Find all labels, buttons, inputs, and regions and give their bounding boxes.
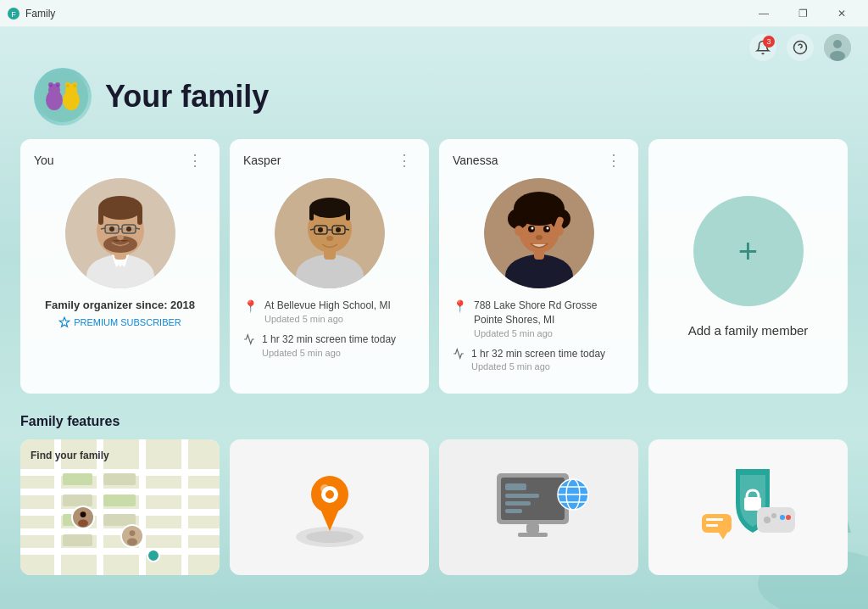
svg-marker-115 bbox=[719, 533, 727, 539]
vanessa-location-updated: Updated 5 min ago bbox=[474, 328, 625, 338]
close-button[interactable]: ✕ bbox=[822, 0, 861, 27]
svg-point-19 bbox=[56, 84, 59, 87]
kasper-screen-updated: Updated 5 min ago bbox=[262, 348, 396, 358]
feature-card-location[interactable] bbox=[230, 439, 429, 575]
svg-line-42 bbox=[101, 228, 105, 229]
help-button[interactable] bbox=[787, 34, 814, 61]
svg-line-59 bbox=[345, 229, 349, 230]
kasper-avatar-image bbox=[275, 178, 385, 288]
map-block-2 bbox=[63, 494, 92, 506]
feature-card-parental[interactable] bbox=[439, 439, 638, 575]
premium-label: PREMIUM SUBSCRIBER bbox=[74, 317, 181, 327]
features-section: Family features Find your family bbox=[0, 414, 868, 575]
svg-point-70 bbox=[514, 202, 531, 219]
svg-point-112 bbox=[780, 515, 785, 520]
feature-card-find[interactable]: Find your family bbox=[20, 439, 220, 575]
add-icon: + bbox=[738, 234, 758, 268]
activity-icon bbox=[243, 333, 255, 345]
svg-point-77 bbox=[531, 227, 533, 230]
svg-point-88 bbox=[306, 531, 353, 543]
add-member-card[interactable]: + Add a family member bbox=[648, 139, 848, 394]
add-circle: + bbox=[693, 196, 804, 306]
svg-text:F: F bbox=[11, 10, 16, 19]
svg-point-113 bbox=[786, 515, 791, 520]
svg-rect-35 bbox=[137, 208, 142, 225]
notification-badge: 3 bbox=[763, 36, 775, 47]
member-card-vanessa[interactable]: Vanessa ⋮ bbox=[439, 139, 638, 394]
screentime-icon-vanessa bbox=[453, 348, 465, 362]
svg-point-86 bbox=[78, 520, 88, 528]
card-header-you: You ⋮ bbox=[34, 153, 206, 168]
location-pin-illustration bbox=[279, 456, 381, 558]
protection-illustration bbox=[693, 456, 804, 558]
svg-point-25 bbox=[73, 84, 76, 87]
card-menu-vanessa[interactable]: ⋮ bbox=[603, 153, 625, 168]
parental-illustration bbox=[484, 456, 594, 558]
member-info-you: Family organizer since: 2018 PREMIUM SUB… bbox=[34, 299, 206, 328]
svg-point-60 bbox=[318, 227, 323, 232]
family-logo-icon bbox=[37, 71, 88, 122]
location-icon-vanessa: 📍 bbox=[453, 299, 467, 313]
app-container: 3 bbox=[0, 27, 868, 609]
svg-point-73 bbox=[515, 226, 523, 236]
svg-point-24 bbox=[66, 84, 70, 87]
svg-point-52 bbox=[309, 198, 350, 218]
svg-marker-47 bbox=[59, 317, 70, 327]
svg-point-62 bbox=[326, 236, 333, 241]
user-avatar[interactable] bbox=[824, 34, 851, 61]
svg-rect-109 bbox=[757, 507, 795, 533]
svg-line-43 bbox=[136, 228, 140, 229]
svg-rect-108 bbox=[744, 497, 761, 511]
feature-card-protection[interactable] bbox=[648, 439, 848, 575]
svg-rect-100 bbox=[526, 524, 539, 533]
card-menu-you[interactable]: ⋮ bbox=[184, 153, 206, 168]
vanessa-screen-updated: Updated 5 min ago bbox=[471, 361, 605, 372]
card-menu-kasper[interactable]: ⋮ bbox=[393, 153, 415, 168]
svg-point-11 bbox=[833, 40, 842, 48]
titlebar: F Family — ❐ ✕ bbox=[0, 0, 868, 27]
svg-point-33 bbox=[98, 196, 142, 220]
kasper-location-text: At Bellevue High School, MI bbox=[264, 299, 391, 313]
map-block-4 bbox=[63, 534, 92, 546]
card-header-vanessa: Vanessa ⋮ bbox=[453, 153, 625, 168]
svg-rect-101 bbox=[518, 533, 548, 537]
member-card-kasper[interactable]: Kasper ⋮ bbox=[230, 139, 429, 394]
family-logo bbox=[34, 68, 92, 126]
notification-button[interactable]: 3 bbox=[749, 34, 776, 61]
location-icon-kasper: 📍 bbox=[243, 299, 258, 313]
svg-point-110 bbox=[764, 517, 771, 523]
minimize-button[interactable]: — bbox=[744, 0, 783, 27]
activity-icon-2 bbox=[453, 348, 465, 360]
road-v4 bbox=[181, 439, 188, 575]
user-avatar-icon bbox=[824, 34, 851, 61]
vanessa-details: 📍 788 Lake Shore Rd Grosse Pointe Shores… bbox=[453, 299, 625, 372]
svg-point-46 bbox=[117, 235, 124, 240]
svg-point-13 bbox=[37, 71, 88, 122]
help-icon bbox=[793, 40, 808, 55]
screentime-icon-kasper bbox=[243, 333, 255, 348]
vanessa-screen-text: 1 hr 32 min screen time today bbox=[471, 347, 605, 361]
svg-point-85 bbox=[81, 512, 86, 518]
svg-point-83 bbox=[127, 539, 137, 546]
svg-rect-98 bbox=[505, 501, 531, 506]
svg-point-78 bbox=[546, 227, 548, 230]
svg-rect-96 bbox=[505, 483, 526, 490]
map-green-1 bbox=[63, 473, 92, 485]
page-header: Your family bbox=[0, 68, 868, 139]
svg-rect-99 bbox=[505, 509, 522, 513]
svg-rect-116 bbox=[706, 518, 723, 521]
svg-point-93 bbox=[320, 484, 329, 493]
location-card-bg bbox=[230, 439, 429, 575]
svg-rect-97 bbox=[505, 494, 539, 498]
svg-point-82 bbox=[130, 531, 136, 537]
member-card-you: You ⋮ bbox=[20, 139, 220, 394]
road-v3 bbox=[139, 439, 146, 575]
maximize-button[interactable]: ❐ bbox=[783, 0, 822, 27]
vanessa-avatar-image bbox=[484, 178, 594, 288]
svg-rect-114 bbox=[702, 514, 732, 533]
premium-icon bbox=[58, 316, 70, 328]
map-block-1 bbox=[103, 473, 136, 485]
kasper-location: 📍 At Bellevue High School, MI Updated 5 … bbox=[243, 299, 415, 324]
you-avatar-image bbox=[65, 178, 175, 288]
page-title: Your family bbox=[105, 79, 269, 115]
